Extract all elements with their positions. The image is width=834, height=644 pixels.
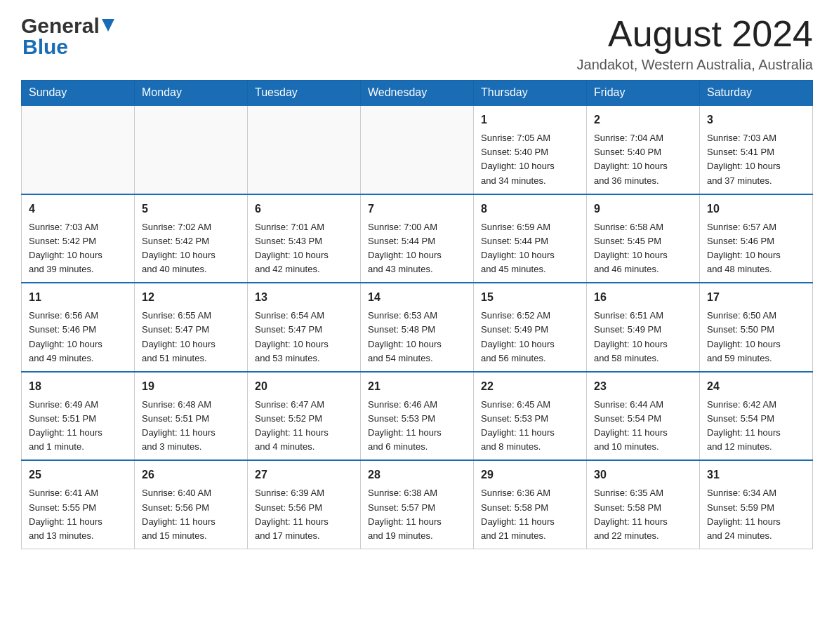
calendar-cell: 13Sunrise: 6:54 AM Sunset: 5:47 PM Dayli… bbox=[248, 283, 361, 372]
calendar-cell: 28Sunrise: 6:38 AM Sunset: 5:57 PM Dayli… bbox=[361, 460, 474, 549]
day-number: 25 bbox=[29, 467, 127, 483]
day-number: 20 bbox=[255, 378, 353, 395]
day-number: 1 bbox=[481, 112, 579, 128]
day-number: 13 bbox=[255, 289, 353, 306]
calendar-cell: 23Sunrise: 6:44 AM Sunset: 5:54 PM Dayli… bbox=[587, 372, 700, 461]
calendar-cell: 15Sunrise: 6:52 AM Sunset: 5:49 PM Dayli… bbox=[474, 283, 587, 372]
calendar-cell bbox=[135, 105, 248, 194]
day-number: 28 bbox=[368, 467, 466, 483]
logo-blue-text: Blue bbox=[22, 35, 68, 59]
calendar-cell: 27Sunrise: 6:39 AM Sunset: 5:56 PM Dayli… bbox=[248, 460, 361, 549]
day-number: 26 bbox=[142, 467, 240, 483]
calendar-week-3: 11Sunrise: 6:56 AM Sunset: 5:46 PM Dayli… bbox=[22, 283, 813, 372]
day-number: 17 bbox=[707, 289, 805, 306]
calendar-cell: 31Sunrise: 6:34 AM Sunset: 5:59 PM Dayli… bbox=[700, 460, 813, 549]
calendar-cell: 4Sunrise: 7:03 AM Sunset: 5:42 PM Daylig… bbox=[22, 194, 135, 283]
day-number: 14 bbox=[368, 289, 466, 306]
calendar-cell: 24Sunrise: 6:42 AM Sunset: 5:54 PM Dayli… bbox=[700, 372, 813, 461]
day-info: Sunrise: 6:59 AM Sunset: 5:44 PM Dayligh… bbox=[481, 220, 579, 277]
calendar-cell: 3Sunrise: 7:03 AM Sunset: 5:41 PM Daylig… bbox=[700, 105, 813, 194]
calendar-cell: 11Sunrise: 6:56 AM Sunset: 5:46 PM Dayli… bbox=[22, 283, 135, 372]
day-number: 6 bbox=[255, 201, 353, 217]
day-info: Sunrise: 6:58 AM Sunset: 5:45 PM Dayligh… bbox=[594, 220, 692, 277]
day-number: 7 bbox=[368, 201, 466, 217]
calendar-cell: 26Sunrise: 6:40 AM Sunset: 5:56 PM Dayli… bbox=[135, 460, 248, 549]
day-number: 2 bbox=[594, 112, 692, 128]
day-header-friday: Friday bbox=[587, 81, 700, 106]
day-info: Sunrise: 7:03 AM Sunset: 5:41 PM Dayligh… bbox=[707, 131, 805, 188]
calendar-week-4: 18Sunrise: 6:49 AM Sunset: 5:51 PM Dayli… bbox=[22, 372, 813, 461]
day-number: 8 bbox=[481, 201, 579, 217]
calendar-week-2: 4Sunrise: 7:03 AM Sunset: 5:42 PM Daylig… bbox=[22, 194, 813, 283]
day-header-saturday: Saturday bbox=[700, 81, 813, 106]
calendar-cell bbox=[248, 105, 361, 194]
day-number: 18 bbox=[29, 378, 127, 395]
calendar-cell: 9Sunrise: 6:58 AM Sunset: 5:45 PM Daylig… bbox=[587, 194, 700, 283]
day-info: Sunrise: 7:03 AM Sunset: 5:42 PM Dayligh… bbox=[29, 220, 127, 277]
calendar-week-1: 1Sunrise: 7:05 AM Sunset: 5:40 PM Daylig… bbox=[22, 105, 813, 194]
day-info: Sunrise: 6:49 AM Sunset: 5:51 PM Dayligh… bbox=[29, 398, 127, 455]
day-number: 11 bbox=[29, 289, 127, 306]
day-header-thursday: Thursday bbox=[474, 81, 587, 106]
calendar-cell: 17Sunrise: 6:50 AM Sunset: 5:50 PM Dayli… bbox=[700, 283, 813, 372]
calendar-cell: 22Sunrise: 6:45 AM Sunset: 5:53 PM Dayli… bbox=[474, 372, 587, 461]
day-info: Sunrise: 7:02 AM Sunset: 5:42 PM Dayligh… bbox=[142, 220, 240, 277]
calendar-cell: 7Sunrise: 7:00 AM Sunset: 5:44 PM Daylig… bbox=[361, 194, 474, 283]
day-info: Sunrise: 6:39 AM Sunset: 5:56 PM Dayligh… bbox=[255, 486, 353, 543]
day-number: 12 bbox=[142, 289, 240, 306]
day-number: 10 bbox=[707, 201, 805, 217]
day-info: Sunrise: 6:57 AM Sunset: 5:46 PM Dayligh… bbox=[707, 220, 805, 277]
day-info: Sunrise: 6:45 AM Sunset: 5:53 PM Dayligh… bbox=[481, 398, 579, 455]
calendar-cell: 18Sunrise: 6:49 AM Sunset: 5:51 PM Dayli… bbox=[22, 372, 135, 461]
day-info: Sunrise: 6:48 AM Sunset: 5:51 PM Dayligh… bbox=[142, 398, 240, 455]
day-info: Sunrise: 7:01 AM Sunset: 5:43 PM Dayligh… bbox=[255, 220, 353, 277]
calendar-cell: 5Sunrise: 7:02 AM Sunset: 5:42 PM Daylig… bbox=[135, 194, 248, 283]
day-number: 16 bbox=[594, 289, 692, 306]
day-number: 9 bbox=[594, 201, 692, 217]
calendar-cell: 1Sunrise: 7:05 AM Sunset: 5:40 PM Daylig… bbox=[474, 105, 587, 194]
logo: General Blue bbox=[21, 14, 114, 59]
month-year-title: August 2024 bbox=[577, 14, 813, 54]
calendar-cell bbox=[22, 105, 135, 194]
day-info: Sunrise: 6:47 AM Sunset: 5:52 PM Dayligh… bbox=[255, 398, 353, 455]
day-number: 3 bbox=[707, 112, 805, 128]
day-number: 5 bbox=[142, 201, 240, 217]
svg-marker-0 bbox=[102, 19, 114, 32]
calendar-cell: 21Sunrise: 6:46 AM Sunset: 5:53 PM Dayli… bbox=[361, 372, 474, 461]
day-header-tuesday: Tuesday bbox=[248, 81, 361, 106]
day-number: 29 bbox=[481, 467, 579, 483]
day-number: 4 bbox=[29, 201, 127, 217]
calendar-cell: 16Sunrise: 6:51 AM Sunset: 5:49 PM Dayli… bbox=[587, 283, 700, 372]
day-info: Sunrise: 6:54 AM Sunset: 5:47 PM Dayligh… bbox=[255, 309, 353, 365]
calendar-cell: 2Sunrise: 7:04 AM Sunset: 5:40 PM Daylig… bbox=[587, 105, 700, 194]
day-info: Sunrise: 6:52 AM Sunset: 5:49 PM Dayligh… bbox=[481, 309, 579, 365]
calendar-table: SundayMondayTuesdayWednesdayThursdayFrid… bbox=[21, 80, 813, 549]
calendar-cell: 8Sunrise: 6:59 AM Sunset: 5:44 PM Daylig… bbox=[474, 194, 587, 283]
calendar-cell: 20Sunrise: 6:47 AM Sunset: 5:52 PM Dayli… bbox=[248, 372, 361, 461]
day-info: Sunrise: 6:56 AM Sunset: 5:46 PM Dayligh… bbox=[29, 309, 127, 365]
calendar-week-5: 25Sunrise: 6:41 AM Sunset: 5:55 PM Dayli… bbox=[22, 460, 813, 549]
day-info: Sunrise: 6:36 AM Sunset: 5:58 PM Dayligh… bbox=[481, 486, 579, 543]
day-number: 22 bbox=[481, 378, 579, 395]
day-info: Sunrise: 6:44 AM Sunset: 5:54 PM Dayligh… bbox=[594, 398, 692, 455]
day-number: 15 bbox=[481, 289, 579, 306]
day-number: 24 bbox=[707, 378, 805, 395]
calendar-cell: 10Sunrise: 6:57 AM Sunset: 5:46 PM Dayli… bbox=[700, 194, 813, 283]
day-info: Sunrise: 6:35 AM Sunset: 5:58 PM Dayligh… bbox=[594, 486, 692, 543]
logo-triangle-icon bbox=[102, 19, 114, 34]
day-number: 27 bbox=[255, 467, 353, 483]
location-subtitle: Jandakot, Western Australia, Australia bbox=[577, 57, 813, 73]
day-number: 21 bbox=[368, 378, 466, 395]
logo-general-text: General bbox=[21, 14, 100, 38]
day-header-wednesday: Wednesday bbox=[361, 81, 474, 106]
day-info: Sunrise: 7:05 AM Sunset: 5:40 PM Dayligh… bbox=[481, 131, 579, 188]
calendar-header-row: SundayMondayTuesdayWednesdayThursdayFrid… bbox=[22, 81, 813, 106]
day-info: Sunrise: 7:00 AM Sunset: 5:44 PM Dayligh… bbox=[368, 220, 466, 277]
day-info: Sunrise: 6:34 AM Sunset: 5:59 PM Dayligh… bbox=[707, 486, 805, 543]
day-info: Sunrise: 6:53 AM Sunset: 5:48 PM Dayligh… bbox=[368, 309, 466, 365]
calendar-cell: 30Sunrise: 6:35 AM Sunset: 5:58 PM Dayli… bbox=[587, 460, 700, 549]
calendar-cell: 19Sunrise: 6:48 AM Sunset: 5:51 PM Dayli… bbox=[135, 372, 248, 461]
day-info: Sunrise: 6:38 AM Sunset: 5:57 PM Dayligh… bbox=[368, 486, 466, 543]
day-number: 19 bbox=[142, 378, 240, 395]
calendar-cell: 6Sunrise: 7:01 AM Sunset: 5:43 PM Daylig… bbox=[248, 194, 361, 283]
